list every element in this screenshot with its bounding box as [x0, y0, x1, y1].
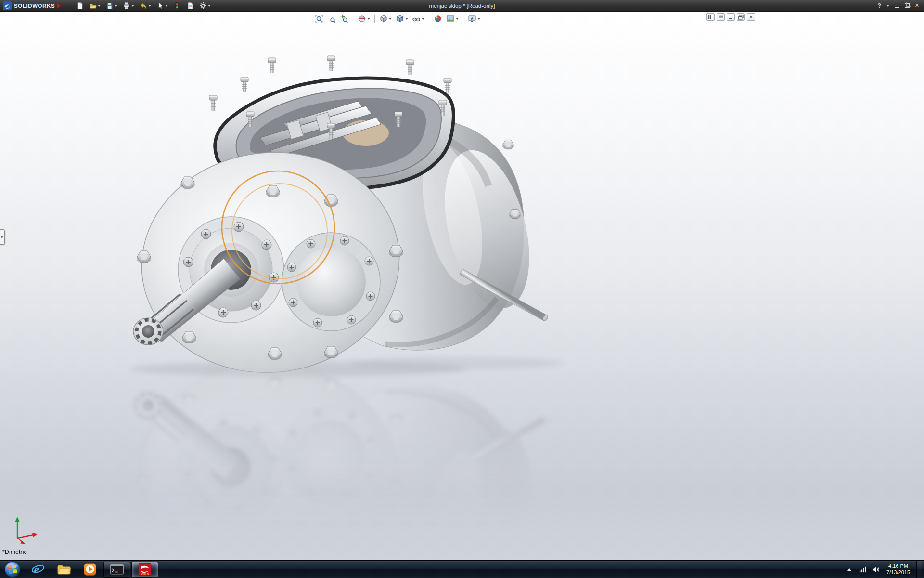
network-tray-icon[interactable] — [858, 564, 867, 575]
toolbar-separator — [429, 15, 429, 23]
tile-left-icon — [708, 15, 713, 19]
start-button[interactable] — [0, 561, 25, 578]
section-view-icon — [358, 14, 366, 23]
3ds-swirl-icon — [3, 1, 12, 10]
help-button[interactable]: ? — [877, 2, 881, 9]
view-orientation-label: *Dimetric — [2, 549, 27, 555]
open-icon — [89, 2, 97, 10]
solidworks-logo: SOLIDWORKS — [0, 1, 61, 10]
zoom-to-area-button[interactable] — [326, 14, 337, 24]
doc-minimize-button[interactable] — [727, 13, 735, 21]
display-style-dropdown-icon[interactable] — [405, 18, 408, 20]
doc-minimize-icon — [729, 15, 733, 19]
new-document-button[interactable] — [75, 1, 85, 10]
display-style-button[interactable] — [395, 14, 409, 24]
model-canvas[interactable] — [0, 12, 924, 560]
command-prompt-icon — [110, 563, 124, 576]
folder-icon — [57, 562, 71, 577]
undo-button[interactable] — [139, 1, 152, 10]
previous-view-icon — [340, 14, 348, 23]
hide-show-dropdown-icon[interactable] — [422, 18, 424, 20]
zoom-to-area-icon — [327, 14, 336, 23]
undo-dropdown-icon[interactable] — [148, 5, 151, 7]
apply-scene-button[interactable] — [445, 14, 460, 24]
document-window-controls: ✕ — [706, 13, 755, 21]
clock-date: 7/13/2015 — [886, 569, 910, 576]
hide-show-items-button[interactable] — [411, 14, 425, 24]
svg-text:e: e — [34, 563, 39, 576]
tile-right-button[interactable] — [717, 13, 725, 21]
view-orientation-dropdown-icon[interactable] — [389, 18, 392, 20]
view-settings-icon — [468, 14, 476, 23]
tile-left-button[interactable] — [706, 13, 715, 21]
section-view-button[interactable] — [357, 14, 371, 24]
taskbar-item-solidworks-2015[interactable]: 2015 — [131, 562, 158, 578]
model-reflection — [131, 352, 549, 560]
taskbar-item-windows-explorer[interactable] — [51, 561, 77, 578]
print-icon — [123, 2, 130, 10]
toolbar-separator — [463, 15, 463, 23]
save-icon — [106, 2, 114, 10]
open-dropdown-icon[interactable] — [98, 5, 101, 7]
show-hidden-icons-button[interactable] — [845, 564, 854, 575]
taskbar-item-internet-explorer[interactable]: e — [25, 561, 51, 578]
svg-text:2015: 2015 — [141, 572, 149, 576]
restore-button[interactable] — [905, 3, 910, 8]
speaker-icon — [872, 566, 880, 573]
network-bars-icon — [859, 566, 867, 573]
taskbar-item-media-player[interactable] — [77, 561, 103, 578]
show-desktop-button[interactable] — [916, 561, 922, 578]
app-name: SOLIDWORKS — [14, 3, 55, 9]
volume-tray-icon[interactable] — [871, 564, 880, 575]
solidworks-2015-icon: 2015 — [138, 562, 152, 577]
apply-scene-icon — [446, 14, 455, 23]
hide-show-glasses-icon — [412, 14, 421, 23]
rebuild-traffic-light-icon — [173, 2, 181, 10]
print-button[interactable] — [122, 1, 135, 10]
heads-up-view-toolbar — [314, 13, 481, 24]
taskbar-item-command-prompt[interactable] — [103, 562, 130, 578]
featuremanager-flyout-tab[interactable] — [0, 229, 5, 245]
view-settings-dropdown-icon[interactable] — [477, 18, 480, 20]
new-document-icon — [76, 2, 84, 10]
open-button[interactable] — [88, 1, 102, 10]
print-dropdown-icon[interactable] — [131, 5, 134, 7]
file-properties-button[interactable] — [185, 1, 195, 10]
options-button[interactable] — [198, 1, 212, 10]
edit-appearance-button[interactable] — [433, 14, 443, 24]
system-tray: 4:16 PM 7/13/2015 — [845, 561, 924, 578]
options-dropdown-icon[interactable] — [208, 5, 211, 7]
save-button[interactable] — [105, 1, 118, 10]
clock-time: 4:16 PM — [886, 563, 910, 569]
taskbar-clock[interactable]: 4:16 PM 7/13/2015 — [884, 563, 913, 576]
document-title: menjac sklop * [Read-only] — [429, 0, 495, 12]
media-player-icon — [83, 562, 97, 577]
view-orientation-cube-icon — [379, 14, 388, 23]
previous-view-button[interactable] — [339, 14, 349, 24]
appearance-sphere-icon — [434, 14, 442, 23]
apply-scene-dropdown-icon[interactable] — [456, 18, 459, 20]
view-settings-button[interactable] — [467, 14, 481, 24]
select-dropdown-icon[interactable] — [165, 5, 168, 7]
close-button[interactable]: ✕ — [915, 3, 919, 8]
taskbar: e 2015 — [0, 560, 924, 578]
help-dropdown-icon[interactable] — [886, 5, 889, 7]
orientation-triad — [6, 513, 43, 545]
chevron-up-icon — [847, 568, 851, 571]
zoom-to-fit-button[interactable] — [314, 14, 324, 24]
select-button[interactable] — [155, 1, 169, 10]
undo-icon — [140, 2, 147, 10]
minimize-button[interactable] — [895, 3, 899, 8]
zoom-to-fit-icon — [315, 14, 323, 23]
graphics-area[interactable]: ✕ *Dimetric — [0, 12, 924, 560]
file-properties-icon — [186, 2, 194, 10]
rebuild-button[interactable] — [172, 1, 182, 10]
titlebar: SOLIDWORKS — [0, 0, 924, 12]
gearbox-model[interactable] — [131, 56, 549, 385]
windows-start-orb-icon — [3, 560, 22, 578]
section-view-dropdown-icon[interactable] — [367, 18, 370, 20]
doc-restore-button[interactable] — [737, 13, 745, 21]
view-orientation-button[interactable] — [378, 14, 393, 24]
doc-close-button[interactable]: ✕ — [747, 13, 755, 21]
save-dropdown-icon[interactable] — [115, 5, 117, 7]
